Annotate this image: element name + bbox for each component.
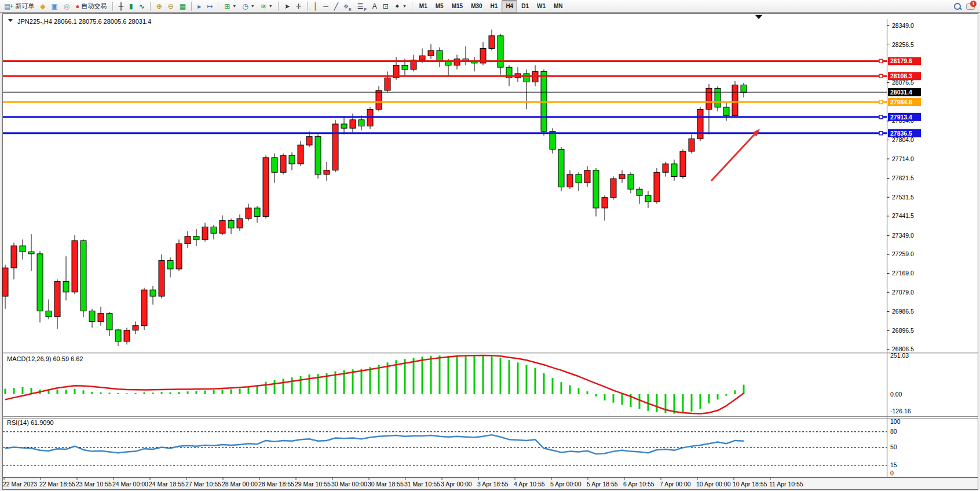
new-chart-button[interactable]: ⊞▼ — [221, 0, 239, 13]
time-tick-label: 5 Apr 18:55 — [587, 481, 618, 488]
time-tick-label: 4 Apr 10:55 — [514, 481, 545, 488]
rsi-axis-tick: 80 — [890, 428, 897, 435]
new-chart-icon: ⊞ — [224, 3, 230, 10]
candle-body — [315, 137, 321, 174]
timeframe-button-m30[interactable]: M30 — [467, 0, 486, 13]
crosshair-button[interactable]: ✛ — [293, 0, 305, 13]
plus-overlay-icon: + — [10, 3, 13, 9]
signals-button[interactable]: ◎ — [61, 0, 72, 13]
timeframe-button-mn[interactable]: MN — [550, 0, 567, 13]
candle-body — [254, 208, 260, 216]
market-watch-button[interactable]: ◆ — [37, 0, 48, 13]
vertical-line-button[interactable]: │ — [310, 0, 321, 13]
time-tick-label: 31 Mar 10:55 — [404, 481, 440, 488]
market-watch-icon: ◆ — [40, 3, 45, 10]
price-tag-value: 28179.6 — [890, 57, 912, 64]
candle-body — [46, 311, 52, 317]
search-icon[interactable] — [953, 2, 961, 10]
candle-body — [306, 137, 312, 145]
price-tag-value: 27836.5 — [890, 130, 912, 137]
trendline-icon: ╱ — [334, 3, 338, 10]
price-tick-label: 27714.0 — [892, 155, 914, 162]
timeframe-button-h4[interactable]: H4 — [502, 0, 517, 13]
price-tag: 28179.6 — [888, 57, 921, 65]
candle-body — [107, 314, 112, 330]
chevron-down-icon: ▼ — [269, 4, 273, 8]
timeframe-button-d1[interactable]: D1 — [517, 0, 533, 13]
candlestick-chart-button[interactable]: ▮ — [126, 0, 136, 13]
candle-body — [28, 252, 34, 254]
line-handle[interactable] — [879, 100, 883, 104]
price-tag: 27836.5 — [888, 129, 921, 137]
candle-body — [619, 174, 625, 179]
timeframe-button-m1[interactable]: M1 — [415, 0, 432, 13]
candle-body — [202, 227, 208, 239]
candle-body — [359, 120, 364, 126]
arrows-button[interactable]: ✦▼ — [392, 0, 409, 13]
new-order-button[interactable]: ▤+新订单 — [1, 0, 37, 13]
line-handle[interactable] — [879, 74, 883, 78]
price-tick-label: 27531.5 — [892, 194, 914, 201]
candle-body — [289, 155, 295, 163]
candle-body — [524, 74, 529, 82]
time-axis: 22 Mar 202322 Mar 18:5523 Mar 10:5524 Ma… — [3, 478, 978, 489]
text-button[interactable]: A — [370, 0, 380, 13]
time-tick-label: 22 Mar 18:55 — [39, 481, 75, 488]
chart-window: JPN225-,H4 28066.1 28075.6 28005.6 28031… — [0, 0, 980, 491]
profiles-button[interactable]: ◷▼ — [239, 0, 257, 13]
zoom-in-icon: ⊕ — [156, 3, 162, 10]
timeframe-button-m15[interactable]: M15 — [448, 0, 467, 13]
candle-body — [11, 246, 17, 268]
line-handle[interactable] — [879, 59, 883, 63]
fibonacci-button[interactable]: ☰F — [354, 0, 370, 13]
tile-windows-button[interactable]: ▦ — [177, 0, 189, 13]
text-label-button[interactable]: ⊡ — [380, 0, 392, 13]
time-tick-label: 3 Apr 00:00 — [441, 481, 472, 488]
candle-body — [576, 174, 582, 183]
trendline-button[interactable]: ╱ — [331, 0, 341, 13]
horizontal-line-button[interactable]: ─ — [320, 0, 331, 13]
cursor-button[interactable]: ➤ — [281, 0, 293, 13]
timeframe-button-w1[interactable]: W1 — [533, 0, 550, 13]
time-tick-label: 10 Apr 18:55 — [733, 481, 767, 488]
bar-chart-button[interactable]: ╫ — [116, 0, 127, 13]
auto-trading-button[interactable]: ●自动交易 — [72, 0, 109, 13]
fibonacci-icon: ☰ — [357, 3, 364, 10]
line-chart-button[interactable]: ∿ — [136, 0, 148, 13]
candle-body — [610, 179, 616, 198]
auto-scroll-button[interactable]: ▸ — [195, 0, 204, 13]
candle-body — [272, 158, 277, 172]
time-tick-label: 6 Apr 10:55 — [623, 481, 654, 488]
template-button[interactable]: ≋▼ — [258, 0, 276, 13]
zoom-in-button[interactable]: ⊕ — [153, 0, 165, 13]
fibonacci-icon-letter: F — [364, 8, 367, 12]
line-handle[interactable] — [879, 132, 883, 135]
notifications-icon[interactable]: 1 — [966, 2, 975, 10]
candle-body — [54, 282, 60, 317]
candlestick-icon: ▮ — [129, 3, 133, 10]
timeframe-button-m5[interactable]: M5 — [432, 0, 448, 13]
line-handle[interactable] — [879, 115, 883, 119]
toolbar-separator — [278, 2, 279, 11]
zoom-out-button[interactable]: ⊖ — [165, 0, 177, 13]
time-tick-label: 22 Mar 2023 — [3, 481, 37, 488]
candle-body — [602, 198, 608, 208]
main-toolbar: ▤+新订单◆▣◎●自动交易╫▮∿⊕⊖▦▸↦⊞▼◷▼≋▼➤✛│─╱≡E☰FA⊡✦▼… — [0, 0, 980, 13]
candle-body — [584, 170, 590, 183]
template-icon: ≋ — [261, 3, 266, 10]
candle-body — [37, 254, 43, 311]
data-window-button[interactable]: ▣ — [48, 0, 60, 13]
chart-shift-button[interactable]: ↦ — [204, 0, 215, 13]
price-tag-value: 28031.4 — [890, 89, 912, 96]
auto-trading-button-label: 自动交易 — [82, 2, 107, 10]
toolbar-separator — [191, 2, 192, 11]
timeframe-button-h1[interactable]: H1 — [487, 0, 502, 13]
rsi-axis-tick: 100 — [890, 418, 901, 425]
line-chart-icon: ∿ — [139, 3, 145, 10]
candle-body — [167, 260, 173, 268]
macd-axis-tick: 251.03 — [890, 352, 909, 359]
time-tick-label: 3 Apr 18:55 — [477, 481, 509, 488]
channel-button[interactable]: ≡E — [341, 0, 354, 13]
rsi-axis-tick: 15 — [890, 461, 897, 468]
time-tick-label: 24 Mar 18:55 — [149, 481, 185, 488]
